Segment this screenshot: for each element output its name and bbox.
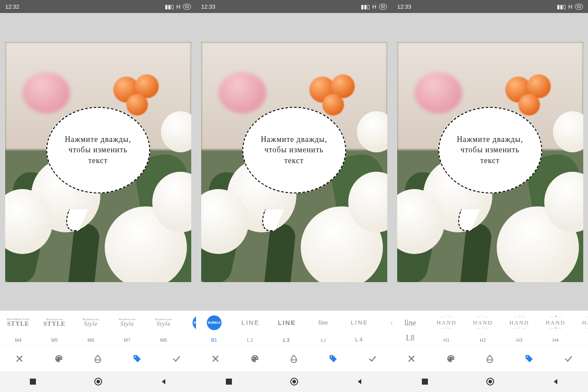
action-bar [392, 345, 588, 371]
style-thumb: BUBBLE [199, 314, 230, 331]
opacity-button[interactable] [90, 351, 106, 366]
style-button[interactable] [325, 351, 341, 366]
nav-recent-button[interactable] [220, 373, 238, 390]
canvas-area[interactable]: Нажмите дважды, чтобы изменить текст [0, 13, 196, 311]
action-bar [196, 345, 392, 371]
status-bar: 12:32 ▮▮▯ H 92 [0, 0, 196, 13]
style-option-H4[interactable]: HAND H4 [537, 311, 574, 345]
style-thumb: LINE [235, 314, 266, 331]
style-strip[interactable]: MANHATTANSTYLE M4 ManhattanSTYLE M5 Manh… [0, 311, 196, 345]
speech-bubble[interactable]: Нажмите дважды, чтобы изменить текст [46, 107, 150, 198]
style-option-M6[interactable]: ManhattanStyle M6 [73, 311, 109, 345]
style-button[interactable] [129, 351, 145, 366]
svg-point-3 [96, 380, 100, 383]
style-thumb: ManhattanStyle [112, 314, 143, 331]
style-label: M4 [15, 337, 21, 343]
nav-home-button[interactable] [482, 373, 499, 390]
battery-level: 92 [575, 4, 583, 10]
style-thumb: HAND [467, 314, 498, 331]
style-thumb: ManhattanSTYLE [39, 314, 70, 331]
nav-home-button[interactable] [286, 373, 303, 390]
opacity-button[interactable] [286, 351, 302, 366]
style-option-L8[interactable]: line L8 [392, 311, 428, 345]
style-label: H4 [553, 337, 559, 343]
style-thumb: MANHATTANSTYLE [3, 314, 34, 331]
cancel-button[interactable] [208, 351, 223, 366]
style-thumb: HAND [540, 314, 571, 331]
style-thumb: LINE [271, 314, 302, 331]
android-nav-bar [0, 371, 196, 392]
photo-canvas[interactable]: Нажмите дважды, чтобы изменить текст [397, 42, 583, 282]
style-thumb: ManhattanStyle [75, 314, 106, 331]
style-label: H3 [516, 337, 522, 343]
action-bar [0, 345, 196, 371]
svg-point-0 [135, 356, 136, 357]
svg-point-8 [527, 356, 528, 357]
style-option-B1[interactable]: BUBBLE B1 [196, 311, 232, 345]
cancel-button[interactable] [404, 351, 419, 366]
style-option-H5[interactable]: HAND H5 [574, 311, 588, 345]
speech-bubble[interactable]: Нажмите дважды, чтобы изменить текст [438, 107, 542, 198]
nav-back-button[interactable] [155, 373, 172, 390]
status-time: 12:33 [201, 3, 215, 10]
style-option-H3[interactable]: HAND H3 [501, 311, 537, 345]
style-option-B1[interactable]: BUBBLE B1 [182, 311, 196, 345]
signal-icon: ▮▮▯ [361, 3, 370, 10]
canvas-area[interactable]: Нажмите дважды, чтобы изменить текст [392, 13, 588, 311]
phone-screen: 12:32 ▮▮▯ H 92 [0, 0, 196, 392]
style-option-H2[interactable]: HAND H2 [465, 311, 501, 345]
phone-screen: 12:33 ▮▮▯ H 92 [196, 0, 392, 392]
bubble-text[interactable]: Нажмите дважды, чтобы изменить текст [261, 134, 327, 166]
style-label: H1 [443, 337, 450, 343]
style-thumb: HAND [504, 314, 535, 331]
nav-home-button[interactable] [90, 373, 107, 390]
photo-canvas[interactable]: Нажмите дважды, чтобы изменить текст [5, 42, 191, 282]
canvas-area[interactable]: Нажмите дважды, чтобы изменить текст [196, 13, 392, 311]
nav-back-button[interactable] [547, 373, 564, 390]
style-option-H1[interactable]: HAND H1 [428, 311, 465, 345]
style-label: L1 [247, 337, 254, 343]
nav-recent-button[interactable] [416, 373, 434, 390]
svg-rect-1 [30, 379, 36, 385]
style-strip[interactable]: BUBBLE B1 LINE L1 LINE L2 line L3 LINE L… [196, 311, 392, 345]
svg-point-11 [488, 380, 492, 383]
palette-button[interactable] [443, 351, 459, 366]
style-option-L3[interactable]: line L3 [305, 311, 341, 345]
svg-point-4 [331, 356, 332, 357]
battery-level: 92 [183, 4, 191, 10]
style-option-M4[interactable]: MANHATTANSTYLE M4 [0, 311, 36, 345]
nav-recent-button[interactable] [24, 373, 42, 390]
style-label: L2 [283, 337, 291, 343]
photo-canvas[interactable]: Нажмите дважды, чтобы изменить текст [201, 42, 387, 282]
status-bar: 12:33 ▮▮▯ H 92 [196, 0, 392, 13]
style-option-M8[interactable]: ManhattanStyle M8 [145, 311, 182, 345]
opacity-button[interactable] [482, 351, 498, 366]
network-type: H [569, 3, 572, 10]
confirm-button[interactable] [169, 351, 184, 366]
speech-bubble[interactable]: Нажмите дважды, чтобы изменить текст [242, 107, 346, 198]
palette-button[interactable] [51, 351, 67, 366]
palette-button[interactable] [247, 351, 263, 366]
style-label: L4 [355, 336, 364, 343]
style-option-M7[interactable]: ManhattanStyle M7 [109, 311, 145, 345]
style-option-L4[interactable]: LINE L4 [341, 311, 378, 345]
confirm-button[interactable] [561, 351, 576, 366]
style-label: M5 [51, 337, 58, 343]
style-label: L3 [321, 337, 326, 343]
style-thumb: line [308, 314, 339, 331]
bubble-text[interactable]: Нажмите дважды, чтобы изменить текст [65, 134, 131, 166]
style-option-M5[interactable]: ManhattanSTYLE M5 [36, 311, 73, 345]
battery-level: 92 [379, 4, 387, 10]
cancel-button[interactable] [12, 351, 27, 366]
network-type: H [177, 3, 180, 10]
style-option-L2[interactable]: LINE L2 [269, 311, 305, 345]
style-strip[interactable]: line L8 HAND H1 HAND H2 HAND H3 HAND H4 … [392, 311, 588, 345]
bubble-text[interactable]: Нажмите дважды, чтобы изменить текст [457, 134, 523, 166]
style-option-L5[interactable]: line L5 [378, 311, 392, 345]
nav-back-button[interactable] [351, 373, 368, 390]
style-label: M6 [87, 337, 94, 343]
confirm-button[interactable] [365, 351, 380, 366]
style-button[interactable] [521, 351, 537, 366]
status-bar: 12:33 ▮▮▯ H 92 [392, 0, 588, 13]
style-option-L1[interactable]: LINE L1 [232, 311, 269, 345]
